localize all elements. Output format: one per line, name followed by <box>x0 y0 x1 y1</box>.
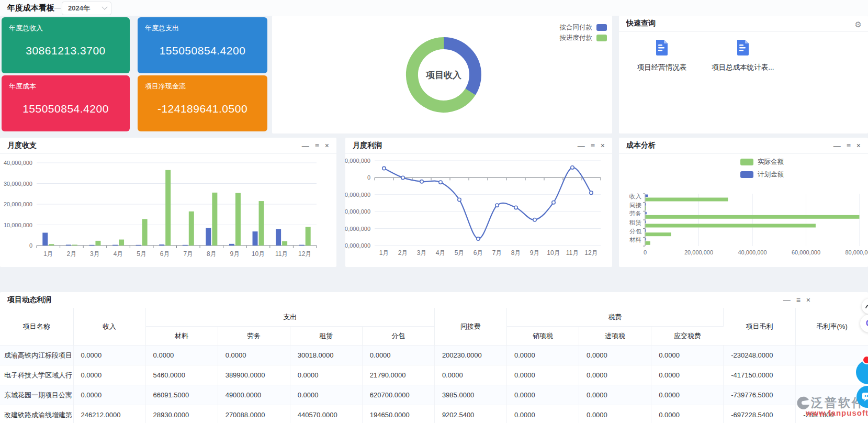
menu-icon[interactable]: ≡ <box>591 142 595 149</box>
kpi-card-annual-cost: 年度成本 155050854.4200 <box>2 75 130 131</box>
value-cell: 0.0000 <box>506 405 579 423</box>
top-bar: 年度成本看板 2024年 <box>0 0 868 16</box>
minimize-icon[interactable]: — <box>302 142 309 149</box>
kpi-card-total-expense: 年度总支出 155050854.4200 <box>138 17 267 73</box>
document-icon <box>655 39 669 55</box>
value-cell: 0.0000 <box>434 365 506 385</box>
value-cell: 66091.5000 <box>145 385 218 405</box>
svg-text:2月: 2月 <box>398 249 408 257</box>
svg-text:20,000,000: 20,000,000 <box>684 249 713 255</box>
value-cell: -739776.5000 <box>724 385 796 405</box>
value-cell: 0.0000 <box>73 385 145 405</box>
close-icon[interactable]: × <box>856 142 861 149</box>
col-header-indirect: 间接费 <box>434 308 506 346</box>
svg-text:5月: 5月 <box>137 250 146 258</box>
value-cell: 0.0000 <box>290 365 362 385</box>
value-cell: 270088.0000 <box>218 405 290 423</box>
quick-query-item-label: 项目总成本统计表... <box>698 63 787 72</box>
close-icon[interactable]: × <box>325 142 329 149</box>
svg-text:8月: 8月 <box>207 250 217 258</box>
kpi-label: 年度总支出 <box>145 24 179 33</box>
menu-icon[interactable]: ≡ <box>315 142 319 149</box>
close-icon[interactable]: × <box>806 296 810 304</box>
value-cell: 49000.0000 <box>218 385 290 405</box>
gear-icon[interactable]: ⚙ <box>855 20 862 29</box>
kpi-card-total-income: 年度总收入 30861213.3700 <box>2 17 130 73</box>
notification-dot <box>862 355 868 364</box>
value-cell: -417150.0000 <box>724 365 796 385</box>
svg-text:收入: 收入 <box>629 193 642 199</box>
col-header-margin: 毛利率(%) <box>796 308 868 346</box>
monthly-profit-panel: 月度利润 — ≡ × -40,000,000-30,000,000-20,000… <box>345 138 612 267</box>
value-cell: 620700.0000 <box>362 385 434 405</box>
col-header-material: 材料 <box>145 327 218 346</box>
svg-text:1月: 1月 <box>379 249 389 257</box>
panel-title: 成本分析 <box>626 141 656 150</box>
svg-text:3月: 3月 <box>90 250 100 258</box>
panel-title: 月度收支 <box>7 141 37 150</box>
svg-text:8月: 8月 <box>511 249 521 257</box>
close-icon[interactable]: × <box>601 142 605 149</box>
svg-text:30,000,000: 30,000,000 <box>4 181 32 187</box>
project-name-cell: 电子科技大学区域人行 <box>0 365 73 385</box>
table-row: 东城花园一期项目公寓0.000066091.500049000.00000.00… <box>0 385 868 405</box>
minimize-icon[interactable]: — <box>578 142 585 149</box>
value-cell: 0.0000 <box>506 385 579 405</box>
value-cell <box>796 346 868 365</box>
value-cell: 246212.0000 <box>73 405 145 423</box>
year-selector[interactable]: 2024年 <box>62 2 111 15</box>
menu-icon[interactable]: ≡ <box>796 296 801 304</box>
value-cell: 0.0000 <box>579 365 651 385</box>
svg-text:租赁: 租赁 <box>629 219 642 226</box>
table-row: 改建铁路成渝线增建第246212.000028930.0000270088.00… <box>0 405 868 423</box>
svg-text:0: 0 <box>367 174 370 181</box>
svg-text:4月: 4月 <box>114 250 123 258</box>
col-header-subcontract: 分包 <box>362 327 434 346</box>
value-cell: 0.0000 <box>218 346 290 365</box>
svg-text:-40,000,000: -40,000,000 <box>345 242 370 249</box>
kpi-label: 项目净现金流 <box>145 82 186 91</box>
quick-query-item-operating-report[interactable]: 项目经营情况表 <box>625 39 698 72</box>
project-name-cell: 东城花园一期项目公寓 <box>0 385 73 405</box>
monthly-income-expense-panel: 月度收支 — ≡ × 010,000,00020,000,00030,000,0… <box>0 138 336 267</box>
value-cell: 3985.0000 <box>434 385 506 405</box>
value-cell: 440570.0000 <box>290 405 362 423</box>
quick-query-items: 项目经营情况表 项目总成本统计表... <box>625 39 787 72</box>
value-cell: 9202.5400 <box>434 405 506 423</box>
menu-icon[interactable]: ≡ <box>847 142 851 149</box>
minimize-icon[interactable]: — <box>783 296 791 304</box>
svg-text:分包: 分包 <box>629 228 642 235</box>
project-name-cell: 成渝高铁内江标段项目 <box>0 346 73 365</box>
panel-title: 快速查询 <box>626 19 656 28</box>
svg-text:3月: 3月 <box>417 249 427 257</box>
kpi-value: 155050854.4200 <box>2 103 130 115</box>
svg-text:0: 0 <box>29 242 32 249</box>
kpi-label: 年度成本 <box>9 82 36 91</box>
legend-item-contract[interactable]: 按合同付款 <box>560 22 607 32</box>
value-cell: 30018.0000 <box>290 346 362 365</box>
svg-text:-30,000,000: -30,000,000 <box>345 226 370 232</box>
svg-text:80,000,000: 80,000,000 <box>845 249 868 255</box>
minimize-icon[interactable]: — <box>833 142 841 149</box>
quick-query-item-total-cost-report[interactable]: 项目总成本统计表... <box>698 39 787 72</box>
value-cell: 194650.0000 <box>362 405 434 423</box>
svg-text:-10,000,000: -10,000,000 <box>345 192 370 198</box>
col-header-payable-tax: 应交税费 <box>651 327 724 346</box>
value-cell: 0.0000 <box>73 346 145 365</box>
col-header-labor: 劳务 <box>218 327 290 346</box>
svg-text:12月: 12月 <box>298 250 311 258</box>
year-selector-value: 2024年 <box>68 4 90 13</box>
cost-analysis-panel: 成本分析 — ≡ × 实际金额 计划金额 020,000,00040,000,0… <box>619 138 868 267</box>
title-dash <box>54 8 61 9</box>
svg-text:40,000,000: 40,000,000 <box>4 160 32 166</box>
value-cell: 0.0000 <box>506 346 579 365</box>
svg-text:6月: 6月 <box>160 250 170 258</box>
value-cell: -230248.0000 <box>724 346 796 365</box>
pie-legend: 按合同付款 按进度付款 <box>560 22 607 43</box>
value-cell: 0.0000 <box>73 365 145 385</box>
svg-text:20,000,000: 20,000,000 <box>4 201 32 207</box>
value-cell: -283.1800 <box>796 405 868 423</box>
svg-text:10月: 10月 <box>252 250 265 258</box>
svg-text:9月: 9月 <box>230 250 240 258</box>
legend-item-progress[interactable]: 按进度付款 <box>560 32 607 43</box>
